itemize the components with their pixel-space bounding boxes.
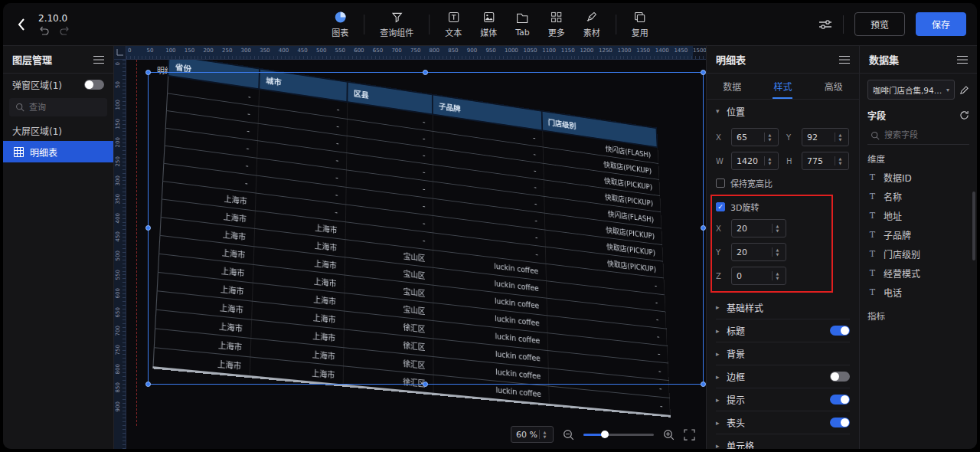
rotate-y-field[interactable]: ▲▼ <box>731 243 786 261</box>
style-section-1[interactable]: ▸标题 <box>716 319 850 342</box>
zoom-slider[interactable] <box>583 434 654 436</box>
section-toggle[interactable] <box>830 418 850 427</box>
resize-handle[interactable] <box>423 382 428 387</box>
style-section-5[interactable]: ▸表头 <box>716 411 850 434</box>
rotate-z-field[interactable]: ▲▼ <box>731 267 786 285</box>
popup-area-group[interactable]: 弹窗区域(1) <box>3 74 113 95</box>
toolbar-tools: 图表查询组件文本媒体Tab更多素材复用 <box>324 3 656 45</box>
stepper[interactable]: ▲▼ <box>835 133 845 142</box>
stepper[interactable]: ▲▼ <box>772 247 782 257</box>
dimension-item-4[interactable]: T门店级别 <box>867 244 969 264</box>
rotate-z-input[interactable] <box>732 271 772 281</box>
tool-query[interactable]: 查询组件 <box>372 7 421 41</box>
refresh-icon[interactable] <box>959 110 969 120</box>
tab-advanced[interactable]: 高级 <box>808 74 859 99</box>
style-section-6[interactable]: ▸单元格 <box>716 434 850 449</box>
tool-reuse[interactable]: 复用 <box>624 7 656 41</box>
resize-handle[interactable] <box>145 382 151 387</box>
section-toggle[interactable] <box>830 326 850 336</box>
zoom-value-box[interactable]: ▲▼ <box>511 426 554 443</box>
dimension-item-1[interactable]: T名称 <box>867 187 969 206</box>
redo-icon[interactable] <box>60 26 70 35</box>
keep-aspect-ratio-row[interactable]: 保持宽高比 <box>716 177 850 189</box>
dimension-item-5[interactable]: T经营模式 <box>867 264 969 283</box>
stepper[interactable]: ▲▼ <box>772 271 782 280</box>
rotate-y-input[interactable] <box>732 247 772 257</box>
tool-more[interactable]: 更多 <box>541 7 573 41</box>
popup-area-toggle[interactable] <box>84 80 104 90</box>
rotate-3d-row[interactable]: ✓ 3D旋转 <box>716 201 850 213</box>
keep-aspect-ratio-checkbox[interactable] <box>716 179 725 188</box>
canvas[interactable]: 0501001502002503003504004505005506006507… <box>114 46 706 449</box>
section-toggle[interactable] <box>830 395 850 405</box>
stepper[interactable]: ▲▼ <box>764 133 775 142</box>
layer-search-input[interactable] <box>29 103 90 113</box>
screen-area-group[interactable]: 大屏区域(1) <box>3 120 113 141</box>
tab-style[interactable]: 样式 <box>757 74 808 99</box>
preview-button[interactable]: 预览 <box>854 12 905 36</box>
dimensions-label: 维度 <box>867 152 969 165</box>
back-button[interactable] <box>12 15 31 34</box>
resize-handle[interactable] <box>145 225 151 231</box>
artboard[interactable]: 明细表 省份城市区县子品牌门店级别 ----快闪店(FLASH)----快取店(… <box>126 60 706 449</box>
resize-handle[interactable] <box>701 70 706 75</box>
section-label: 背景 <box>727 347 850 360</box>
resize-handle[interactable] <box>145 70 151 75</box>
dimension-item-6[interactable]: T电话 <box>867 283 969 302</box>
style-section-4[interactable]: ▸提示 <box>716 388 850 411</box>
rotate-x-field[interactable]: ▲▼ <box>731 219 786 237</box>
stepper[interactable]: ▲▼ <box>772 224 782 233</box>
dimension-item-3[interactable]: T子品牌 <box>867 225 969 244</box>
save-button[interactable]: 保存 <box>916 12 966 36</box>
dataset-select[interactable]: 咖啡门店合集,94936 ▾ <box>867 80 955 100</box>
rotate-x-input[interactable] <box>732 224 772 234</box>
zoom-in-icon[interactable] <box>663 429 675 441</box>
field-search-input[interactable] <box>884 130 953 140</box>
field-search[interactable] <box>867 126 969 145</box>
ruler-top-label: 1500 <box>693 47 706 54</box>
style-panel-title: 明细表 <box>716 52 746 67</box>
adjust-settings-icon[interactable] <box>818 18 832 31</box>
fit-screen-icon[interactable] <box>684 429 695 441</box>
layer-search[interactable] <box>9 98 107 116</box>
stepper[interactable]: ▲▼ <box>835 156 845 165</box>
layer-item-detail-table[interactable]: 明细表 <box>3 141 113 162</box>
section-position[interactable]: ▾ 位置 <box>716 100 850 123</box>
dataset-menu-icon[interactable] <box>957 55 968 64</box>
tool-media[interactable]: 媒体 <box>472 7 505 41</box>
stepper[interactable]: ▲▼ <box>764 156 775 165</box>
style-section-0[interactable]: ▸基础样式 <box>716 296 850 319</box>
style-menu-icon[interactable] <box>839 55 850 64</box>
dimension-item-0[interactable]: T数据ID <box>867 168 969 187</box>
zoom-stepper[interactable]: ▲▼ <box>539 430 550 439</box>
height-input[interactable] <box>802 156 835 166</box>
width-input[interactable] <box>732 156 764 166</box>
undo-icon[interactable] <box>38 26 49 35</box>
selection-box[interactable] <box>148 72 704 385</box>
x-position-input[interactable] <box>732 133 764 142</box>
resize-handle[interactable] <box>701 225 706 231</box>
tool-tab[interactable]: Tab <box>508 8 537 41</box>
x-position-field[interactable]: ▲▼ <box>731 128 779 146</box>
height-field[interactable]: ▲▼ <box>802 152 849 170</box>
zoom-input[interactable] <box>511 430 539 440</box>
resize-handle[interactable] <box>701 382 706 387</box>
tool-chart[interactable]: 图表 <box>324 7 356 41</box>
y-position-field[interactable]: ▲▼ <box>802 128 849 146</box>
ruler-top-label: 1450 <box>674 47 688 54</box>
tool-text[interactable]: 文本 <box>437 7 469 41</box>
y-position-input[interactable] <box>802 133 835 142</box>
resize-handle[interactable] <box>423 70 428 75</box>
style-section-2[interactable]: ▸背景 <box>716 342 850 365</box>
section-toggle[interactable] <box>830 372 850 382</box>
zoom-out-icon[interactable] <box>563 429 574 441</box>
dimension-item-2[interactable]: T地址 <box>867 206 969 225</box>
rotate-3d-checkbox[interactable]: ✓ <box>716 202 725 211</box>
edit-dataset-icon[interactable] <box>959 85 969 95</box>
tool-material[interactable]: 素材 <box>576 7 608 41</box>
scrollbar-thumb[interactable] <box>972 192 975 260</box>
tab-data[interactable]: 数据 <box>707 74 757 99</box>
style-section-3[interactable]: ▸边框 <box>716 365 850 388</box>
width-field[interactable]: ▲▼ <box>731 152 779 170</box>
layers-menu-icon[interactable] <box>93 55 104 64</box>
